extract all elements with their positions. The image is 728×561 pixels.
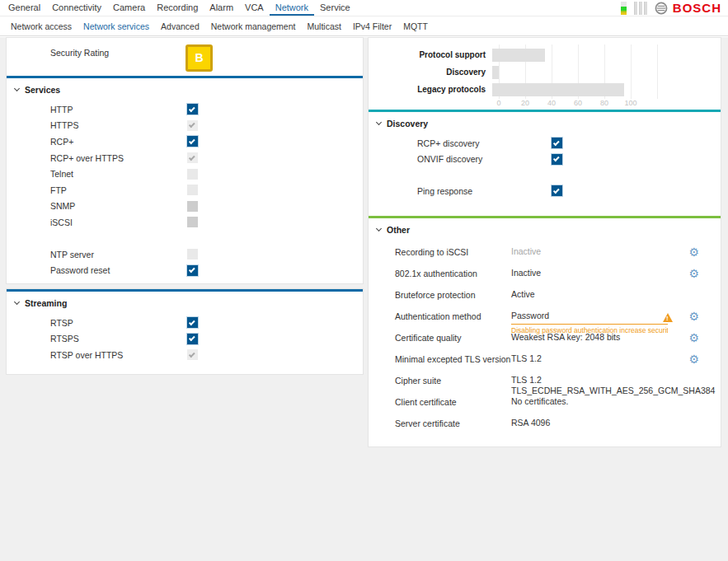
section-header-other[interactable]: Other (369, 218, 721, 236)
axis-tick-label: 100 (624, 99, 636, 107)
bosch-logo: BOSCH (655, 2, 721, 15)
bosch-wordmark: BOSCH (673, 2, 721, 15)
checkbox-label: SNMP (50, 201, 187, 211)
checkbox-label: NTP server (50, 250, 187, 259)
rcp-over-https-checkbox (187, 152, 198, 163)
nav-item-service[interactable]: Service (314, 0, 356, 16)
nav-item-general[interactable]: General (2, 0, 46, 16)
setting-value: PasswordDisabling password authenticatio… (511, 311, 663, 329)
checkbox-label: Telnet (50, 169, 187, 179)
check-icon (189, 105, 195, 112)
settings-gear-icon[interactable]: ⚙︎ (688, 331, 699, 344)
rtsps-checkbox[interactable] (187, 334, 198, 344)
subnav-item-mqtt[interactable]: MQTT (397, 21, 434, 31)
setting-value-text: Inactive (511, 247, 663, 256)
snmp-checkbox[interactable] (187, 201, 198, 212)
settings-gear-icon[interactable]: ⚙︎ (688, 310, 699, 323)
rcp-checkbox[interactable] (187, 136, 198, 147)
security-rating-badge: B (186, 44, 213, 72)
settings-gear-icon[interactable]: ⚙︎ (688, 245, 699, 259)
setting-label: Recording to iSCSI (395, 247, 511, 264)
checkbox-label: HTTP (50, 105, 187, 115)
setting-value-text: TLS 1.2 (511, 354, 663, 363)
checkbox-row-snmp: SNMP (7, 199, 363, 215)
setting-value: Active (511, 290, 663, 307)
chart-row-legacy-protocols: Legacy protocols (369, 81, 721, 98)
rcp-discovery-checkbox[interactable] (552, 138, 562, 148)
checkbox-label: RTSP over HTTPS (50, 350, 187, 360)
setting-row-recording-to-iscsi: Recording to iSCSIInactive⚙︎ (369, 243, 721, 264)
checkbox-row-telnet: Telnet (7, 166, 363, 182)
section-title-services: Services (25, 85, 60, 95)
setting-label: Minimal excepted TLS version (395, 354, 511, 372)
chart-category-label: Legacy protocols (369, 85, 492, 94)
setting-row-client-certificate: Client certificateNo certificates. (369, 393, 721, 414)
section-header-services[interactable]: Services (7, 78, 363, 96)
setting-value-text: Active (511, 290, 663, 299)
http-checkbox[interactable] (187, 104, 198, 115)
chart-bar-legacy-protocols (492, 83, 624, 96)
setting-row-minimal-excepted-tls-version: Minimal excepted TLS versionTLS 1.2⚙︎ (369, 350, 721, 372)
checkbox-row-rtsps: RTSPS (7, 331, 363, 348)
checkbox-row-rcp-over-https: RCP+ over HTTPS (7, 150, 363, 166)
checkbox-label: iSCSI (50, 217, 187, 227)
rtsp-checkbox[interactable] (187, 317, 198, 328)
nav-item-network[interactable]: Network (270, 0, 314, 16)
axis-tick-label: 20 (521, 99, 529, 107)
chart-bar-protocol-support (492, 49, 545, 62)
security-rating-row: Security Rating B (7, 38, 363, 76)
chevron-down-icon (376, 119, 382, 125)
checkbox-row-http: HTTP (7, 101, 363, 118)
checkbox-label: RTSPS (50, 334, 187, 344)
nav-item-connectivity[interactable]: Connectivity (46, 0, 107, 16)
chart-category-label: Protocol support (369, 50, 492, 59)
chart-row-protocol-support: Protocol support (369, 46, 721, 63)
sub-nav: Network accessNetwork servicesAdvancedNe… (0, 16, 728, 36)
services-rows: HTTPHTTPSRCP+RCP+ over HTTPSTelnetFTPSNM… (7, 96, 363, 278)
section-header-discovery[interactable]: Discovery (369, 112, 721, 130)
checkbox-label: ONVIF discovery (417, 154, 552, 164)
nav-item-camera[interactable]: Camera (107, 0, 151, 16)
check-icon (189, 154, 195, 161)
checkbox-row-rcp: RCP+ (7, 133, 363, 150)
onvif-discovery-checkbox[interactable] (552, 154, 562, 165)
setting-value: RSA 4096 (511, 418, 663, 436)
settings-gear-icon[interactable]: ⚙︎ (688, 353, 699, 366)
subnav-item-network-services[interactable]: Network services (77, 21, 155, 31)
security-overview-chart: Protocol supportDiscoveryLegacy protocol… (369, 38, 721, 110)
settings-gear-icon[interactable]: ⚙︎ (688, 267, 699, 280)
streaming-rows: RTSPRTSPSRTSP over HTTPS (7, 310, 363, 363)
ping-response-checkbox[interactable] (552, 185, 562, 196)
checkbox-row-password-reset: Password reset (7, 262, 363, 278)
nav-item-recording[interactable]: Recording (151, 0, 204, 16)
check-icon (189, 335, 195, 342)
subnav-item-multicast[interactable]: Multicast (301, 21, 346, 31)
subnav-item-network-management[interactable]: Network management (205, 21, 302, 31)
checkbox-label: FTP (50, 185, 187, 195)
nav-item-vca[interactable]: VCA (239, 0, 270, 16)
subnav-item-ipv4-filter[interactable]: IPv4 Filter (347, 21, 397, 31)
telnet-checkbox (187, 169, 198, 180)
section-title-discovery: Discovery (387, 119, 428, 129)
section-header-streaming[interactable]: Streaming (7, 292, 363, 310)
setting-row-cipher-suite: Cipher suiteTLS 1.2TLS_ECDHE_RSA_WITH_AE… (369, 372, 721, 393)
iscsi-checkbox[interactable] (187, 217, 198, 227)
setting-value-text: No certificates. (511, 397, 663, 406)
chart-rows: Protocol supportDiscoveryLegacy protocol… (369, 46, 721, 98)
subnav-item-network-access[interactable]: Network access (5, 21, 77, 31)
checkbox-row-iscsi: iSCSI (7, 214, 363, 231)
password-reset-checkbox[interactable] (187, 265, 198, 276)
checkbox-row-onvif-discovery: ONVIF discovery (369, 152, 721, 168)
setting-row-certificate-quality: Certificate qualityWeakest RSA key: 2048… (369, 329, 721, 350)
bosch-anchor-icon (655, 2, 668, 15)
setting-value-text: Weakest RSA key: 2048 bits (511, 333, 663, 342)
section-title-other: Other (387, 225, 410, 235)
other-rows: Recording to iSCSIInactive⚙︎802.1x authe… (369, 236, 721, 436)
nav-item-alarm[interactable]: Alarm (204, 0, 239, 16)
subnav-item-advanced[interactable]: Advanced (155, 21, 205, 31)
checkbox-row-rcp-discovery: RCP+ discovery (369, 135, 721, 152)
chart-row-discovery: Discovery (369, 63, 721, 81)
content-area: Security Rating B Services HTTPHTTPSRCP+… (0, 37, 728, 561)
checkbox-label: Ping response (417, 186, 552, 196)
setting-label: Server certificate (395, 418, 511, 436)
